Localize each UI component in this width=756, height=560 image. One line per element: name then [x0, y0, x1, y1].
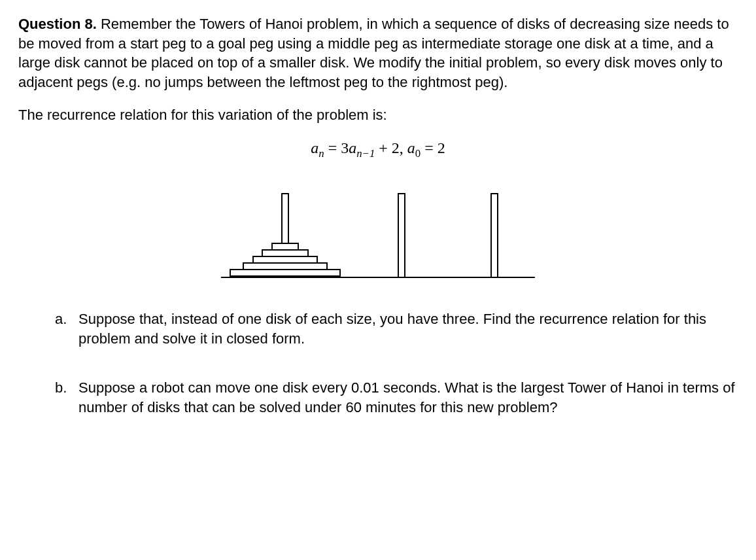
eq-var-a: a — [311, 139, 318, 156]
eq-sub-0: 0 — [415, 147, 421, 160]
question-intro: Question 8. Remember the Towers of Hanoi… — [18, 14, 738, 92]
eq-plus2: + 2, — [375, 139, 407, 156]
eq-sub-nm1: n−1 — [356, 147, 375, 160]
base-line — [221, 277, 535, 278]
part-a-text: Suppose that, instead of one disk of eac… — [78, 309, 738, 348]
recurrence-equation: an = 3an−1 + 2, a0 = 2 — [18, 137, 738, 161]
peg-right — [490, 193, 498, 278]
peg-middle — [398, 193, 405, 278]
eq-var-a3: a — [407, 139, 415, 156]
disk-5 — [230, 269, 341, 277]
part-a: a. Suppose that, instead of one disk of … — [18, 309, 738, 348]
part-b-marker: b. — [55, 378, 78, 417]
part-b-text: Suppose a robot can move one disk every … — [78, 378, 738, 417]
eq-eq2: = 2 — [421, 139, 445, 156]
eq-eq1: = 3 — [324, 139, 349, 156]
recurrence-leadin: The recurrence relation for this variati… — [18, 105, 738, 125]
question-label: Question 8. — [18, 16, 97, 32]
part-a-marker: a. — [55, 309, 78, 348]
hanoi-figure-wrap — [18, 176, 738, 281]
eq-var-a2: a — [349, 139, 356, 156]
page: Question 8. Remember the Towers of Hanoi… — [0, 0, 756, 417]
question-intro-text: Remember the Towers of Hanoi problem, in… — [18, 16, 729, 90]
hanoi-figure — [208, 176, 548, 281]
parts-list: a. Suppose that, instead of one disk of … — [18, 309, 738, 417]
disk-stack — [230, 244, 341, 277]
part-b: b. Suppose a robot can move one disk eve… — [18, 378, 738, 417]
eq-sub-n: n — [318, 147, 324, 160]
